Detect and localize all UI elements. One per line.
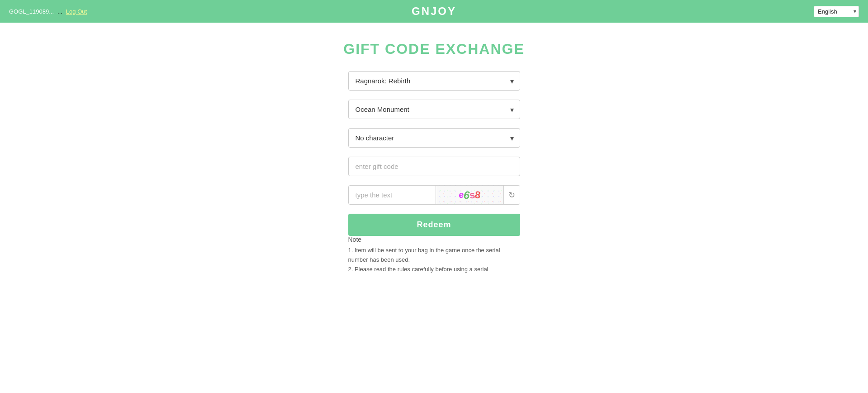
server-select-wrapper: Ocean Monument (348, 100, 520, 119)
gift-code-input[interactable] (348, 157, 520, 176)
refresh-icon: ↻ (508, 190, 515, 200)
note-title: Note (348, 236, 520, 243)
site-logo: GNJOY (412, 5, 456, 18)
separator: ... (57, 8, 62, 15)
exchange-form: Ragnarok: Rebirth Ocean Monument No char… (348, 71, 520, 236)
captcha-image: e 6 s 8 (436, 186, 503, 204)
game-select[interactable]: Ragnarok: Rebirth (348, 71, 520, 91)
note-line-2: 2. Please read the rules carefully befor… (348, 265, 520, 274)
page-title: GIFT CODE EXCHANGE (343, 41, 524, 58)
server-select[interactable]: Ocean Monument (348, 100, 520, 119)
header-left: GOGL_119089... ... Log Out (9, 8, 87, 15)
language-select[interactable]: English Korean Japanese Chinese (814, 6, 859, 17)
captcha-refresh-button[interactable]: ↻ (503, 186, 520, 204)
header: GOGL_119089... ... Log Out GNJOY English… (0, 0, 868, 23)
character-select-wrapper: No character (348, 128, 520, 148)
character-select[interactable]: No character (348, 128, 520, 148)
note-line-1: 1. Item will be sent to your bag in the … (348, 246, 520, 265)
captcha-input[interactable] (349, 186, 436, 204)
logout-link[interactable]: Log Out (66, 8, 87, 15)
main-content: GIFT CODE EXCHANGE Ragnarok: Rebirth Oce… (0, 23, 868, 292)
game-select-wrapper: Ragnarok: Rebirth (348, 71, 520, 91)
captcha-chars: e 6 s 8 (438, 187, 502, 202)
note-section: Note 1. Item will be sent to your bag in… (348, 236, 520, 274)
redeem-button[interactable]: Redeem (348, 214, 520, 236)
captcha-row: e 6 s 8 ↻ (348, 185, 520, 205)
header-username: GOGL_119089... (9, 8, 54, 15)
captcha-char-4: 8 (474, 189, 481, 201)
language-selector-wrapper[interactable]: English Korean Japanese Chinese (814, 6, 859, 17)
